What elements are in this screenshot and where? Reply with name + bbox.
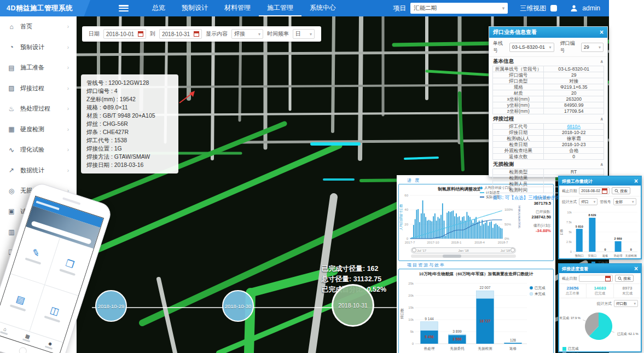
deadline-field[interactable] bbox=[579, 275, 613, 282]
bar-daily-joints bbox=[428, 220, 430, 239]
view-toggle-label: 三维视图 bbox=[520, 4, 546, 13]
nav-item-0[interactable]: 总览 bbox=[144, 0, 173, 16]
search-icon bbox=[618, 276, 622, 281]
svg-text:口数: 口数 bbox=[560, 229, 564, 235]
search-button[interactable]: 搜索 bbox=[615, 275, 634, 282]
bar-completed-label: 18 727 bbox=[480, 319, 491, 323]
welder-code-link[interactable]: 6810A bbox=[567, 124, 581, 129]
line-no-select[interactable]: 03-LS-8320-01▾ bbox=[509, 43, 554, 52]
bar-daily-joints bbox=[433, 216, 434, 239]
search-button[interactable]: 搜索 bbox=[612, 187, 630, 194]
username[interactable]: admin bbox=[582, 4, 600, 12]
stat-mode-label: 统计方式 bbox=[597, 301, 612, 306]
close-icon[interactable]: × bbox=[634, 265, 638, 273]
sidebar-item-label: 无损检测 bbox=[20, 187, 67, 195]
project-select[interactable]: 汇能二期 ▾ bbox=[410, 3, 508, 14]
sidebar-item-label: 系统管理 bbox=[20, 269, 67, 277]
data-stats-icon: ↗ bbox=[7, 166, 16, 174]
sidebar-item[interactable]: ▨焊接过程› bbox=[0, 78, 76, 99]
deviation-label: 偏差(计划): bbox=[520, 223, 551, 228]
bar-value-label: 0 bbox=[630, 248, 632, 251]
close-icon[interactable]: × bbox=[634, 177, 638, 185]
timeline-date-2018-10-29[interactable]: 2018-10-29 bbox=[95, 290, 127, 322]
date-from-field[interactable]: 2018-10-01 bbox=[103, 29, 146, 39]
stat-mode-select[interactable]: 焊口数▾ bbox=[614, 300, 638, 307]
bar-daily-joints bbox=[422, 200, 423, 239]
svg-text:10k: 10k bbox=[408, 318, 414, 321]
content-select[interactable]: 焊接▾ bbox=[231, 29, 263, 39]
freq-value: 日 bbox=[295, 30, 301, 38]
bar-daily-joints bbox=[439, 218, 440, 239]
date-to-field[interactable]: 2018-10-31 bbox=[159, 29, 202, 39]
collapse-icon[interactable]: ∧ bbox=[600, 59, 604, 64]
weld-panel-sections: 基本信息∧所属单线号（管段号）03-LS-8320-01焊口编号29焊口类型对接… bbox=[489, 57, 607, 193]
joint-no-select[interactable]: 29▾ bbox=[581, 43, 604, 52]
stat-mode-select[interactable]: 焊口▾ bbox=[579, 198, 597, 205]
bar-daily-joints bbox=[445, 236, 446, 239]
timeline-date-2018-10-30[interactable]: 2018-10-30 bbox=[222, 290, 254, 322]
svg-text:20k: 20k bbox=[408, 294, 414, 297]
nav-item-2[interactable]: 材料管理 bbox=[216, 0, 259, 16]
bar bbox=[576, 229, 583, 252]
field-value: 2018-10-23 bbox=[544, 142, 604, 148]
table-row: 焊口编号29 bbox=[493, 72, 604, 78]
sidebar-item[interactable]: ❏查询管理› bbox=[0, 242, 76, 263]
chart-range-slider[interactable]: Jul '17Jan '18Jul '18 bbox=[411, 247, 516, 258]
close-icon[interactable]: × bbox=[600, 28, 604, 36]
stat-value: 8973 bbox=[614, 286, 641, 291]
field-label: z坐标(mm) bbox=[493, 108, 544, 114]
collapse-icon[interactable]: ∧ bbox=[600, 117, 604, 121]
collapse-icon[interactable]: ∧ bbox=[600, 162, 604, 167]
svg-text:焊接完成百分比: 焊接完成百分比 bbox=[518, 206, 520, 229]
bar-daily-joints bbox=[491, 221, 492, 239]
sidebar-item[interactable]: ∿理化试验› bbox=[0, 140, 76, 160]
freq-select[interactable]: 日▾ bbox=[293, 29, 315, 39]
bar-daily-joints bbox=[430, 221, 431, 239]
stat-label: 总工作量 bbox=[559, 291, 586, 296]
sidebar: ⌂首页›◔预制设计›▤施工准备›▨焊接过程›♨热处理过程›▦硬度检测›∿理化试验… bbox=[0, 16, 77, 353]
joint-stats-chart-box: 10万吨/年生物航煤（60万吨/年军煤）加氢装置改造焊口数统计 05k10k15… bbox=[398, 269, 554, 353]
nav-item-4[interactable]: 系统中心 bbox=[301, 0, 344, 16]
3d-view-toggle[interactable] bbox=[550, 5, 557, 11]
bar-daily-joints bbox=[479, 221, 480, 239]
slider-scrollbar[interactable] bbox=[411, 254, 516, 258]
legend-label: 已完成 bbox=[535, 286, 546, 290]
sidebar-item[interactable]: ▤施工准备› bbox=[0, 57, 76, 78]
summary-stat: 8973未完成 bbox=[613, 284, 641, 298]
bar-total-label: 3 899 bbox=[452, 329, 462, 333]
slider-handle-right[interactable] bbox=[510, 248, 515, 252]
weld-tooltip: 管线号 : 1200-12GW128焊口编号 : 4Z坐标(mm) : 1954… bbox=[81, 74, 178, 173]
field-value: 263200 bbox=[544, 96, 604, 102]
slider-handle-left[interactable] bbox=[412, 248, 416, 252]
sidebar-item[interactable]: ▣试压包管理› bbox=[0, 201, 76, 222]
sidebar-item[interactable]: ♨热处理过程› bbox=[0, 99, 76, 119]
sidebar-item[interactable]: ▦硬度检测› bbox=[0, 119, 76, 140]
sidebar-item[interactable]: ⌂首页› bbox=[0, 16, 76, 37]
sidebar-item[interactable]: ↗数据统计› bbox=[0, 160, 76, 181]
sidebar-item[interactable]: ⚙系统管理› bbox=[0, 263, 76, 283]
nav-item-1[interactable]: 预制设计 bbox=[173, 0, 216, 16]
heat-treatment-icon: ♨ bbox=[7, 105, 16, 113]
freq-label: 时间频率 bbox=[267, 30, 289, 38]
svg-text:25k: 25k bbox=[408, 282, 414, 285]
line-filter-select[interactable]: 全部▾ bbox=[613, 198, 636, 205]
nav-item-3[interactable]: 施工管理 bbox=[259, 0, 301, 16]
top-navbar: 4D精益施工管理系统 总览预制设计材料管理施工管理系统中心 项目 汇能二期 ▾ … bbox=[0, 0, 609, 16]
sidebar-item[interactable]: ◎无损检测› bbox=[0, 181, 76, 201]
progress-summary-stats: 23656总工作量14683已完成8973未完成 bbox=[559, 283, 641, 298]
bar-daily-joints bbox=[456, 213, 457, 239]
bar-daily-joints bbox=[488, 225, 489, 239]
top-menu: 总览预制设计材料管理施工管理系统中心 bbox=[144, 0, 344, 16]
timeline-date-2018-10-31[interactable]: 2018-10-31 bbox=[332, 284, 374, 327]
slider-tick-label: Jul '18 bbox=[501, 249, 510, 252]
menu-toggle-icon[interactable] bbox=[119, 5, 129, 11]
sidebar-item[interactable]: ▥材料管理› bbox=[0, 222, 76, 242]
field-value: 29 bbox=[544, 72, 604, 78]
sidebar-item[interactable]: ◔预制设计› bbox=[0, 37, 76, 58]
field-label: y坐标(mm) bbox=[493, 102, 544, 108]
completed-inch-stat: 已完成寸径量: 162 bbox=[322, 264, 386, 274]
tab-project-resource[interactable]: 项目资源与效率 bbox=[398, 261, 554, 269]
deadline-field[interactable]: 2018-08-02 bbox=[579, 187, 610, 194]
field-label: x坐标(mm) bbox=[493, 96, 544, 102]
table-row: 焊工代号6810A bbox=[493, 124, 604, 130]
